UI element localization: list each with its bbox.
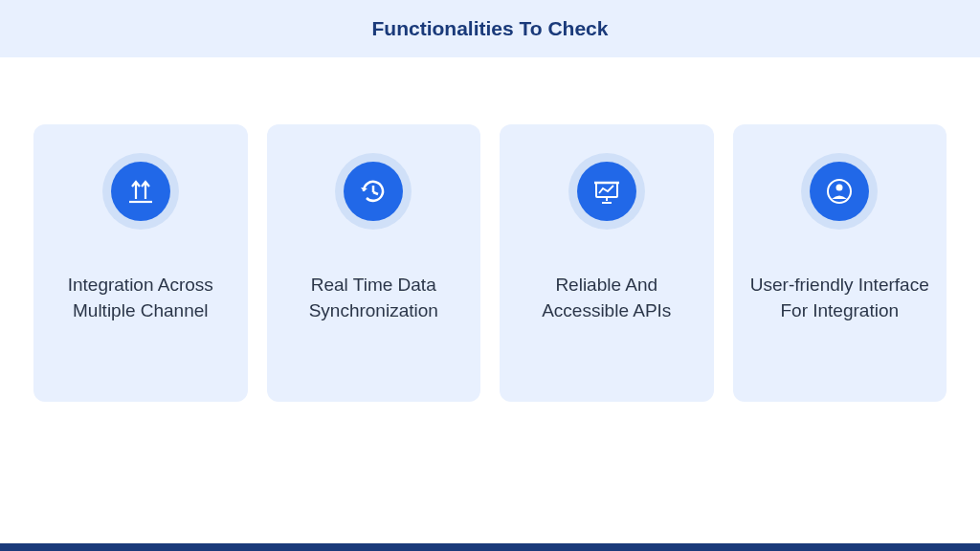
card-label: Reliable And Accessible APIs bbox=[500, 273, 714, 323]
icon-circle-outer bbox=[102, 153, 179, 230]
card-integration: Integration Across Multiple Channel bbox=[33, 124, 248, 402]
svg-point-9 bbox=[828, 180, 851, 203]
card-sync: Real Time Data Synchronization bbox=[267, 124, 481, 402]
user-circle-icon bbox=[810, 162, 869, 221]
icon-circle-outer bbox=[335, 153, 412, 230]
svg-point-10 bbox=[836, 185, 843, 191]
presentation-chart-icon bbox=[577, 162, 636, 221]
history-icon bbox=[344, 162, 403, 221]
svg-line-4 bbox=[373, 192, 378, 194]
page-title: Functionalities To Check bbox=[372, 17, 609, 40]
card-label: User-friendly Interface For Integration bbox=[733, 273, 947, 323]
upload-arrows-icon bbox=[111, 162, 170, 221]
bottom-accent-bar bbox=[0, 543, 980, 551]
card-interface: User-friendly Interface For Integration bbox=[733, 124, 947, 402]
cards-row: Integration Across Multiple Channel Real… bbox=[0, 57, 980, 402]
icon-circle-outer bbox=[568, 153, 645, 230]
header-banner: Functionalities To Check bbox=[0, 0, 980, 57]
icon-circle-outer bbox=[801, 153, 878, 230]
card-label: Real Time Data Synchronization bbox=[267, 273, 481, 323]
card-label: Integration Across Multiple Channel bbox=[33, 273, 248, 323]
card-apis: Reliable And Accessible APIs bbox=[500, 124, 714, 402]
